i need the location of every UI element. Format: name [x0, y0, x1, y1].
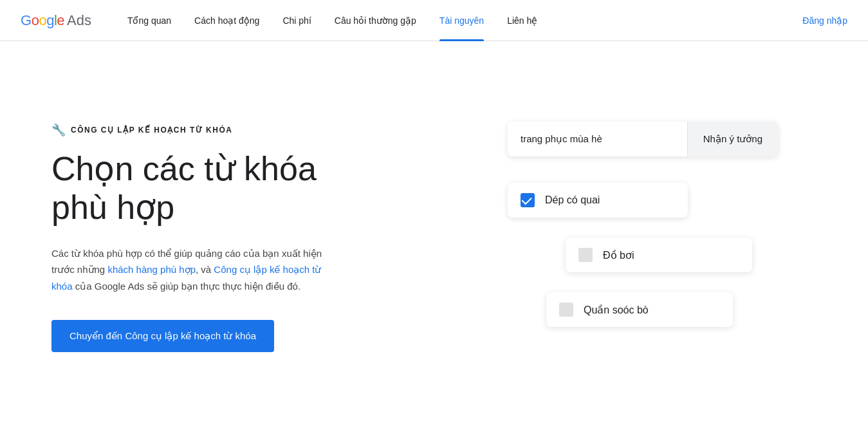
nav-item-cauhoi[interactable]: Câu hỏi thường gặp: [324, 0, 427, 41]
tool-label-text: CÔNG CỤ LẬP KẾ HOẠCH TỪ KHÓA: [71, 126, 232, 135]
right-content: trang phục mùa hè Nhận ý tưởng Dép có qu…: [386, 102, 817, 360]
nav-item-cachhoatdong[interactable]: Cách hoạt động: [184, 0, 270, 41]
checkbox-unchecked-2[interactable]: [578, 248, 593, 262]
checkbox-unchecked-3[interactable]: [559, 303, 573, 317]
logo-e: e: [57, 12, 64, 28]
description: Các từ khóa phù hợp có thể giúp quảng cá…: [51, 245, 328, 295]
left-content: 🔧 CÔNG CỤ LẬP KẾ HOẠCH TỪ KHÓA Chọn các …: [51, 110, 386, 352]
header: Google Ads Tổng quan Cách hoạt động Chi …: [0, 0, 868, 41]
get-ideas-button[interactable]: Nhận ý tưởng: [687, 122, 778, 156]
logo-g: G: [21, 12, 32, 28]
wrench-icon: 🔧: [51, 123, 66, 137]
nav-item-tongquan[interactable]: Tổng quan: [117, 0, 181, 41]
logo[interactable]: Google Ads: [21, 12, 91, 29]
headline: Chọn các từ khóa phù hợp: [51, 150, 386, 227]
logo-ads-text: Ads: [67, 12, 91, 29]
highlight-text: khách hàng phù hợp: [107, 264, 196, 275]
main-content: 🔧 CÔNG CỤ LẬP KẾ HOẠCH TỪ KHÓA Chọn các …: [0, 41, 868, 421]
logo-o1: o: [32, 12, 39, 28]
keyword-card-1: Dép có quai: [508, 183, 688, 218]
header-right: Đăng nhập: [802, 15, 847, 26]
keyword-label-2: Đồ bơi: [603, 249, 634, 261]
keyword-label-1: Dép có quai: [545, 194, 600, 206]
search-input-display[interactable]: trang phục mùa hè: [508, 122, 687, 156]
keyword-label-3: Quần soóc bò: [584, 304, 649, 316]
logo-g2: g: [46, 12, 54, 28]
main-nav: Tổng quan Cách hoạt động Chi phí Câu hỏi…: [117, 0, 802, 41]
logo-o2: o: [39, 12, 46, 28]
keyword-card-2: Đồ bơi: [566, 238, 752, 272]
tool-label: 🔧 CÔNG CỤ LẬP KẾ HOẠCH TỪ KHÓA: [51, 123, 386, 137]
nav-item-chiphi[interactable]: Chi phí: [272, 0, 321, 41]
cta-button[interactable]: Chuyển đến Công cụ lập kế hoạch từ khóa: [51, 320, 274, 352]
nav-item-tainguyen[interactable]: Tài nguyên: [429, 0, 494, 41]
checkbox-checked-1[interactable]: [521, 193, 535, 207]
logo-google-text: Google: [21, 12, 64, 29]
login-button[interactable]: Đăng nhập: [802, 15, 847, 26]
nav-item-lienhe[interactable]: Liên hệ: [497, 0, 548, 41]
ui-illustration: trang phục mùa hè Nhận ý tưởng Dép có qu…: [508, 109, 817, 353]
search-card: trang phục mùa hè Nhận ý tưởng: [508, 122, 778, 156]
keyword-card-3: Quần soóc bò: [546, 292, 733, 327]
